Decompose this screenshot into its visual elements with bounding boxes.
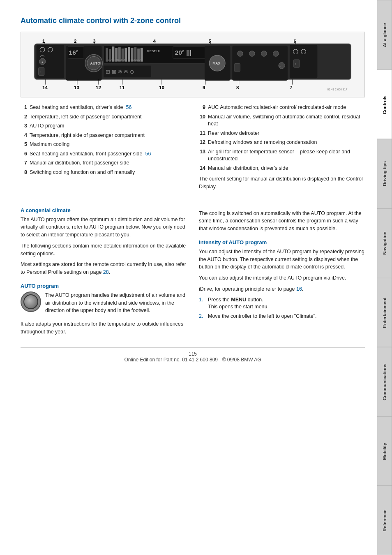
svg-text:SOFT  MEDIUM  INTENSIVE: SOFT MEDIUM INTENSIVE [108, 58, 143, 61]
svg-point-39 [261, 51, 267, 56]
svg-text:3: 3 [93, 39, 95, 44]
congenial-climate-heading: A congenial climate [21, 207, 187, 213]
svg-text:5: 5 [209, 39, 212, 44]
list-item: 13 Air grill for interior temperature se… [199, 148, 365, 163]
congenial-climate-p3: Most settings are stored for the remote … [21, 261, 187, 276]
svg-text:14: 14 [42, 85, 48, 90]
list-item: 2 Temperature, left side of passenger co… [21, 113, 187, 121]
svg-text:2: 2 [74, 39, 76, 44]
items-list-right: 9 AUC Automatic recirculated-air control… [199, 104, 365, 172]
svg-text:⊞ ⊠ ❄ ❄ ⊙: ⊞ ⊠ ❄ ❄ ⊙ [106, 69, 134, 75]
svg-text:16°: 16° [69, 49, 78, 56]
svg-text:REST UI: REST UI [147, 49, 159, 53]
tab-navigation[interactable]: Navigation [377, 208, 392, 278]
numbered-list-left: 1 Seat heating and ventilation, driver's… [21, 104, 187, 194]
page-title: Automatic climate control with 2-zone co… [21, 16, 365, 25]
step-1: 1. Press the MENU button.This opens the … [199, 296, 365, 311]
svg-text:20°  |||: 20° ||| [175, 49, 191, 56]
tab-driving-tips[interactable]: Driving tips [377, 139, 392, 208]
list-item: 5 Maximum cooling [21, 141, 187, 148]
svg-text:6: 6 [294, 39, 296, 44]
cooling-text: The cooling is switched on automatically… [199, 210, 365, 233]
svg-text:↔: ↔ [279, 65, 282, 67]
list-item: 14 Manual air distribution, driver's sid… [199, 165, 365, 172]
climate-diagram-svg: ★ ↕ 16° AUTO [25, 38, 360, 91]
list-item: 11 Rear window defroster [199, 130, 365, 137]
auto-program-text2: It also adapts your instructions for the… [21, 320, 187, 336]
link-28[interactable]: 28 [103, 269, 109, 275]
tab-entertainment[interactable]: Entertainment [377, 278, 392, 347]
auto-icon-inner [23, 294, 38, 309]
svg-rect-43 [234, 64, 240, 72]
footer-text: Online Edition for Part no. 01 41 2 600 … [124, 357, 261, 363]
svg-point-37 [238, 51, 243, 56]
svg-text:8: 8 [236, 85, 239, 90]
auto-program-heading: AUTO program [21, 283, 187, 289]
right-body-column: The cooling is switched on automatically… [199, 201, 365, 339]
intensity-heading: Intensity of AUTO program [199, 239, 365, 245]
svg-text:01 41 2 600 81P: 01 41 2 600 81P [327, 88, 348, 91]
congenial-climate-p2: The following sections contain more deta… [21, 242, 187, 258]
svg-text:7: 7 [290, 85, 292, 90]
tab-at-a-glance[interactable]: At a glance [377, 0, 392, 70]
svg-text:4: 4 [153, 39, 156, 44]
tab-mobility[interactable]: Mobility [377, 416, 392, 486]
svg-text:AUTO: AUTO [90, 61, 101, 65]
items-list-left: 1 Seat heating and ventilation, driver's… [21, 104, 187, 176]
svg-point-38 [249, 51, 255, 56]
list-item: 6 Seat heating and ventilation, front pa… [21, 150, 187, 158]
svg-text:13: 13 [74, 85, 79, 90]
left-body-column: A congenial climate The AUTO program off… [21, 201, 187, 339]
list-item: 1 Seat heating and ventilation, driver's… [21, 104, 187, 111]
list-item: 12 Defrosting windows and removing conde… [199, 139, 365, 146]
auto-program-text1: The AUTO program handles the adjustment … [45, 291, 187, 314]
page-number: 115 [189, 351, 197, 357]
intensity-p1: You can adjust the intensity of the AUTO… [199, 248, 365, 271]
svg-text:★: ★ [41, 61, 44, 64]
svg-text:↕: ↕ [295, 62, 296, 65]
steps-list: 1. Press the MENU button.This opens the … [199, 296, 365, 320]
main-content: Automatic climate control with 2-zone co… [0, 0, 377, 375]
auto-program-content: The AUTO program handles the adjustment … [21, 291, 187, 318]
side-tabs: At a glance Controls Driving tips Naviga… [377, 0, 392, 555]
list-item: 3 AUTO program [21, 123, 187, 130]
svg-text:↕: ↕ [39, 71, 41, 74]
list-item: 9 AUC Automatic recirculated-air control… [199, 104, 365, 111]
tab-reference[interactable]: Reference [377, 486, 392, 555]
auto-icon [21, 291, 41, 312]
link-56-left[interactable]: 56 [126, 104, 131, 110]
body-content-section: A congenial climate The AUTO program off… [21, 201, 365, 339]
list-item: 8 Switching cooling function on and off … [21, 169, 187, 176]
tab-communications[interactable]: Communications [377, 347, 392, 416]
list-item: 10 Manual air volume, switching off auto… [199, 113, 365, 128]
svg-text:1: 1 [42, 39, 45, 44]
svg-text:MAX: MAX [212, 61, 220, 65]
svg-point-40 [273, 51, 278, 56]
intensity-p3: iDrive, for operating principle refer to… [199, 285, 365, 293]
intensity-p2: You can also adjust the intensity of the… [199, 274, 365, 282]
numbered-list-right: 9 AUC Automatic recirculated-air control… [199, 104, 365, 194]
congenial-climate-p1: The AUTO program offers the optimum air … [21, 216, 187, 239]
svg-text:10: 10 [159, 85, 164, 90]
tab-controls[interactable]: Controls [377, 70, 392, 139]
numbered-list-section: 1 Seat heating and ventilation, driver's… [21, 104, 365, 194]
svg-text:11: 11 [120, 85, 125, 90]
link-16[interactable]: 16 [296, 286, 302, 292]
svg-text:12: 12 [96, 85, 101, 90]
climate-diagram-container: ★ ↕ 16° AUTO [21, 32, 365, 97]
page-footer: 115 Online Edition for Part no. 01 41 2 … [21, 347, 365, 363]
list-item: 4 Temperature, right side of passenger c… [21, 132, 187, 139]
distribution-note: The current setting for manual air distr… [199, 175, 365, 191]
step-2: 2. Move the controller to the left to op… [199, 313, 365, 320]
svg-text:9: 9 [203, 85, 205, 90]
list-item: 7 Manual air distribution, front passeng… [21, 160, 187, 167]
link-56-right[interactable]: 56 [145, 151, 151, 157]
